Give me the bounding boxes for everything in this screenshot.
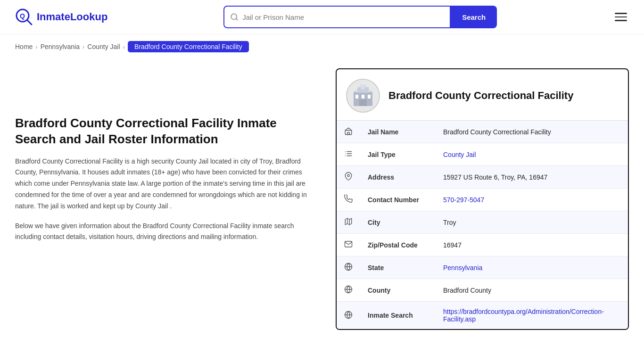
list-icon — [337, 143, 360, 166]
search-button[interactable]: Search — [451, 6, 497, 28]
menu-button[interactable] — [613, 11, 629, 23]
table-cell-label: City — [360, 211, 436, 234]
site-header: Q InmateLookup Search — [0, 0, 644, 34]
hamburger-line-2 — [615, 16, 627, 18]
svg-rect-10 — [368, 95, 371, 99]
table-cell-value: Bradford County Correctional Facility — [436, 121, 628, 143]
svg-point-23 — [347, 174, 350, 177]
hamburger-line-1 — [615, 13, 627, 14]
svg-text:Q: Q — [20, 12, 25, 20]
facility-image — [346, 79, 380, 113]
main-content: Bradford County Correctional Facility In… — [0, 59, 644, 349]
phone-icon — [337, 189, 360, 211]
logo-icon: Q — [15, 8, 33, 26]
table-cell-label: Inmate Search — [360, 302, 436, 329]
city-icon — [337, 211, 360, 234]
table-row: CityTroy — [337, 211, 628, 234]
card-header: Bradford County Correctional Facility — [337, 69, 628, 121]
table-cell-value[interactable]: County Jail — [436, 143, 628, 166]
table-link[interactable]: Pennsylvania — [443, 264, 482, 272]
table-cell-label: Contact Number — [360, 189, 436, 211]
search-icon — [230, 13, 239, 21]
search-globe-icon — [337, 302, 360, 329]
breadcrumb-current: Bradford County Correctional Facility — [128, 41, 249, 52]
page-desc-1: Bradford County Correctional Facility is… — [15, 156, 317, 212]
svg-rect-8 — [355, 95, 358, 99]
breadcrumb-county-jail[interactable]: County Jail — [87, 43, 120, 50]
breadcrumb-pennsylvania[interactable]: Pennsylvania — [41, 43, 80, 50]
breadcrumb-sep-1: › — [35, 43, 37, 50]
building-icon — [350, 82, 376, 109]
page-desc-2: Below we have given information about th… — [15, 221, 317, 243]
table-row: Contact Number570-297-5047 — [337, 189, 628, 211]
breadcrumb-sep-3: › — [123, 43, 125, 50]
table-row: Inmate Searchhttps://bradfordcountypa.or… — [337, 302, 628, 329]
table-cell-label: County — [360, 279, 436, 302]
table-row: Jail TypeCounty Jail — [337, 143, 628, 166]
info-table: Jail NameBradford County Correctional Fa… — [337, 121, 628, 329]
table-cell-label: Address — [360, 166, 436, 189]
table-row: CountyBradford County — [337, 279, 628, 302]
table-cell-label: Jail Name — [360, 121, 436, 143]
table-cell-label: State — [360, 256, 436, 279]
svg-rect-11 — [359, 99, 367, 106]
table-cell-value[interactable]: https://bradfordcountypa.org/Administrat… — [436, 302, 628, 329]
search-wrapper — [223, 6, 451, 28]
table-cell-label: Zip/Postal Code — [360, 234, 436, 256]
card-title: Bradford County Correctional Facility — [388, 90, 573, 102]
search-bar: Search — [223, 6, 497, 28]
breadcrumb-home[interactable]: Home — [15, 43, 33, 50]
globe-icon — [337, 256, 360, 279]
svg-marker-24 — [345, 218, 352, 225]
svg-rect-9 — [362, 95, 364, 99]
svg-line-4 — [236, 18, 238, 20]
page-title: Bradford County Correctional Facility In… — [15, 115, 317, 148]
table-link[interactable]: County Jail — [443, 151, 476, 158]
table-link[interactable]: https://bradfordcountypa.org/Administrat… — [443, 308, 604, 323]
jail-icon — [337, 121, 360, 143]
table-cell-value: Bradford County — [436, 279, 628, 302]
svg-line-1 — [27, 20, 32, 25]
site-logo[interactable]: Q InmateLookup — [15, 8, 107, 26]
table-cell-value[interactable]: 570-297-5047 — [436, 189, 628, 211]
left-section: Bradford County Correctional Facility In… — [15, 68, 317, 330]
breadcrumb: Home › Pennsylvania › County Jail › Brad… — [0, 34, 644, 59]
county-icon — [337, 279, 360, 302]
svg-rect-16 — [347, 132, 350, 135]
table-cell-value: Troy — [436, 211, 628, 234]
table-cell-value: 15927 US Route 6, Troy, PA, 16947 — [436, 166, 628, 189]
table-row: Zip/Postal Code16947 — [337, 234, 628, 256]
location-icon — [337, 166, 360, 189]
table-cell-value[interactable]: Pennsylvania — [436, 256, 628, 279]
search-input[interactable] — [242, 13, 444, 21]
table-row: StatePennsylvania — [337, 256, 628, 279]
breadcrumb-sep-2: › — [83, 43, 84, 50]
hamburger-line-3 — [615, 20, 627, 21]
table-cell-value: 16947 — [436, 234, 628, 256]
table-cell-label: Jail Type — [360, 143, 436, 166]
facility-card: Bradford County Correctional Facility Ja… — [336, 68, 629, 330]
table-row: Jail NameBradford County Correctional Fa… — [337, 121, 628, 143]
logo-text: InmateLookup — [37, 11, 107, 23]
mail-icon — [337, 234, 360, 256]
table-row: Address15927 US Route 6, Troy, PA, 16947 — [337, 166, 628, 189]
table-link[interactable]: 570-297-5047 — [443, 196, 484, 204]
